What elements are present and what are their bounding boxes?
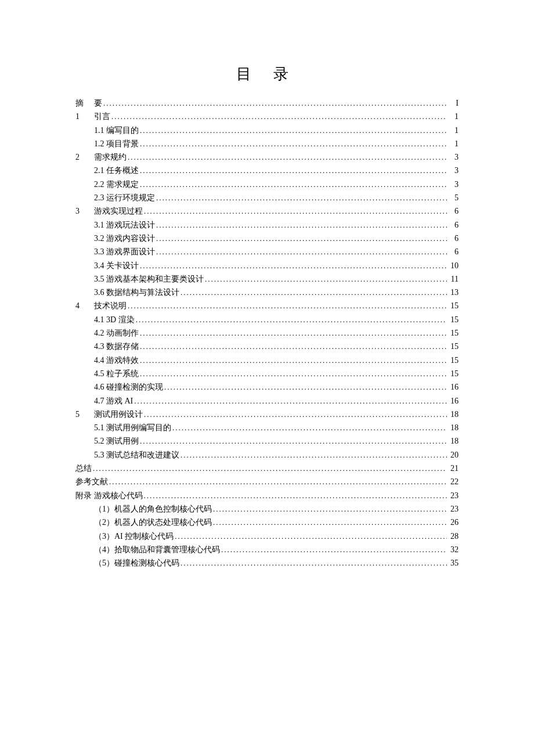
toc-entry[interactable]: 5.1 测试用例编写目的18	[75, 424, 459, 432]
toc-label: 3.3 游戏界面设计	[94, 248, 155, 256]
toc-label: 3.5 游戏基本架构和主要类设计	[94, 275, 204, 283]
toc-page-number: 21	[448, 465, 459, 473]
toc-number: 5	[75, 411, 94, 419]
toc-dot-leader	[181, 451, 447, 459]
toc-label: 总结	[75, 465, 92, 473]
toc-label: 4.7 游戏 AI	[94, 397, 133, 405]
toc-page-number: 6	[448, 248, 459, 256]
toc-page-number: 6	[448, 207, 459, 215]
toc-entry[interactable]: 4技术说明15	[75, 302, 459, 310]
toc-dot-leader	[181, 559, 447, 567]
toc-entry[interactable]: （2）机器人的状态处理核心代码26	[75, 519, 459, 527]
toc-page-number: 15	[448, 370, 459, 378]
toc-page-number: 22	[448, 478, 459, 486]
toc-page-number: 13	[448, 289, 459, 297]
toc-entry[interactable]: 4.3 数据存储15	[75, 343, 459, 351]
toc-entry[interactable]: 3游戏实现过程6	[75, 207, 459, 215]
toc-page-number: 6	[448, 221, 459, 229]
toc-dot-leader	[103, 99, 447, 107]
toc-entry[interactable]: 2.1 任务概述3	[75, 167, 459, 175]
toc-dot-leader	[213, 505, 447, 513]
toc-dot-leader	[205, 275, 447, 283]
toc-entry[interactable]: 1引言1	[75, 113, 459, 121]
toc-page-number: 15	[448, 302, 459, 310]
toc-entry[interactable]: 4.7 游戏 AI16	[75, 397, 459, 405]
toc-entry[interactable]: 1.2 项目背景1	[75, 140, 459, 148]
toc-entry[interactable]: 5测试用例设计18	[75, 411, 459, 419]
toc-entry[interactable]: 总结21	[75, 465, 459, 473]
toc-page-number: 1	[448, 127, 459, 135]
toc-entry[interactable]: 参考文献22	[75, 478, 459, 486]
toc-entry[interactable]: 3.3 游戏界面设计6	[75, 248, 459, 256]
toc-dot-leader	[156, 248, 447, 255]
toc-entry[interactable]: 2.2 需求规定3	[75, 181, 459, 189]
toc-page-number: 3	[448, 153, 459, 161]
toc-entry[interactable]: 3.5 游戏基本架构和主要类设计11	[75, 275, 459, 283]
toc-page-number: 15	[448, 343, 459, 351]
toc-dot-leader	[140, 437, 447, 445]
toc-label: 2.1 任务概述	[94, 167, 139, 175]
toc-label: 5.2 测试用例	[94, 437, 139, 445]
toc-dot-leader	[144, 492, 448, 499]
toc-page-number: 11	[448, 275, 459, 283]
toc-entry[interactable]: 4.1 3D 渲染15	[75, 316, 459, 324]
toc-dot-leader	[140, 357, 447, 364]
toc-label: （3）AI 控制核心代码	[94, 532, 174, 541]
toc-entry[interactable]: 3.2 游戏内容设计6	[75, 235, 459, 243]
toc-label: 5.1 测试用例编写目的	[94, 424, 171, 432]
toc-number: 1	[75, 113, 94, 121]
toc-label: 4.1 3D 渲染	[94, 316, 135, 324]
toc-entry[interactable]: 3.6 数据结构与算法设计13	[75, 289, 459, 297]
toc-dot-leader	[156, 194, 447, 201]
toc-dot-leader	[134, 397, 447, 405]
toc-entry[interactable]: 1.1 编写目的1	[75, 127, 459, 135]
toc-label: （4）拾取物品和背囊管理核心代码	[94, 546, 220, 554]
toc-label: 3.1 游戏玩法设计	[94, 221, 155, 229]
toc-dot-leader	[128, 302, 447, 309]
toc-entry[interactable]: 4.5 粒子系统15	[75, 370, 459, 378]
toc-label: 参考文献	[75, 478, 108, 486]
toc-label: 游戏实现过程	[94, 207, 143, 215]
toc-label: 1.2 项目背景	[94, 140, 139, 148]
toc-entry[interactable]: 3.4 关卡设计10	[75, 262, 459, 270]
toc-number: 2	[75, 153, 94, 161]
toc-dot-leader	[111, 113, 447, 120]
toc-dot-leader	[181, 289, 447, 296]
toc-dot-leader	[172, 424, 447, 431]
toc-dot-leader	[175, 532, 447, 540]
toc-entry[interactable]: （4）拾取物品和背囊管理核心代码32	[75, 546, 459, 554]
toc-title: 目 录	[75, 64, 459, 84]
toc-page-number: 23	[448, 505, 459, 513]
toc-dot-leader	[109, 478, 447, 485]
toc-label: 附录 游戏核心代码	[75, 492, 143, 500]
toc-dot-leader	[93, 465, 447, 472]
toc-label: （1）机器人的角色控制核心代码	[94, 505, 212, 513]
toc-dot-leader	[140, 329, 447, 337]
toc-page-number: 15	[448, 329, 459, 337]
toc-entry[interactable]: 摘要I	[75, 99, 459, 107]
toc-entry[interactable]: 2.3 运行环境规定5	[75, 194, 459, 202]
toc-page-number: 28	[448, 532, 459, 541]
toc-page-number: 10	[448, 262, 459, 270]
toc-entry[interactable]: 4.4 游戏特效15	[75, 357, 459, 365]
toc-label: 1.1 编写目的	[94, 127, 139, 135]
toc-entry[interactable]: （5）碰撞检测核心代码35	[75, 559, 459, 567]
toc-entry[interactable]: 2需求规约3	[75, 153, 459, 161]
toc-label: 4.4 游戏特效	[94, 357, 139, 365]
toc-entry[interactable]: （3）AI 控制核心代码28	[75, 532, 459, 541]
toc-entry[interactable]: 3.1 游戏玩法设计6	[75, 221, 459, 229]
toc-label: 2.3 运行环境规定	[94, 194, 155, 202]
toc-entry[interactable]: 4.2 动画制作15	[75, 329, 459, 337]
toc-label: （2）机器人的状态处理核心代码	[94, 519, 212, 527]
toc-page-number: 15	[448, 316, 459, 324]
toc-page-number: 3	[448, 181, 459, 189]
toc-label: 4.2 动画制作	[94, 329, 139, 337]
toc-entry[interactable]: 5.2 测试用例18	[75, 437, 459, 445]
toc-dot-leader	[213, 519, 447, 526]
toc-entry[interactable]: 附录 游戏核心代码23	[75, 492, 459, 500]
toc-entry[interactable]: 5.3 测试总结和改进建议20	[75, 451, 459, 459]
toc-entry[interactable]: （1）机器人的角色控制核心代码23	[75, 505, 459, 513]
toc-entry[interactable]: 4.6 碰撞检测的实现16	[75, 383, 459, 391]
toc-page-number: 18	[448, 437, 459, 445]
toc-label: 技术说明	[94, 302, 127, 310]
